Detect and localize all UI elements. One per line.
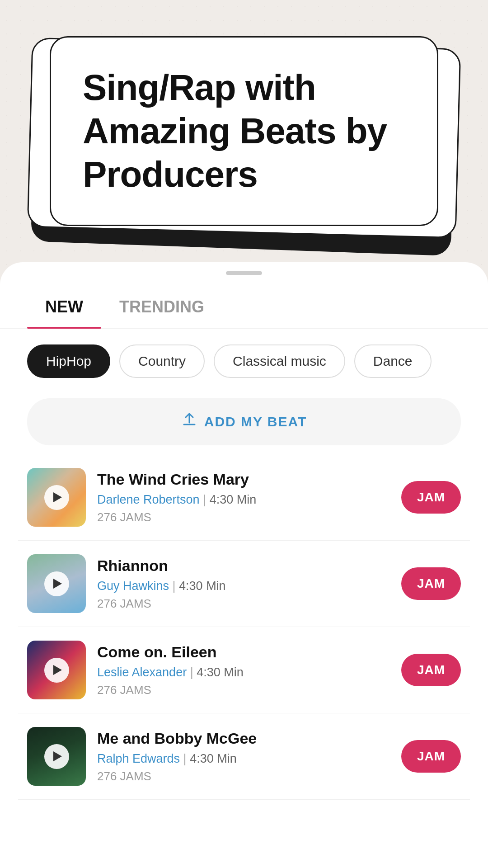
track-item: Rhiannon Guy Hawkins | 4:30 Min 276 JAMS…: [18, 541, 470, 627]
play-icon: [53, 665, 62, 675]
track-item: The Wind Cries Mary Darlene Robertson | …: [18, 454, 470, 541]
play-icon: [53, 492, 62, 502]
tab-trending[interactable]: TRENDING: [101, 288, 222, 328]
track-item: Come on. Eileen Leslie Alexander | 4:30 …: [18, 627, 470, 713]
track-artist[interactable]: Darlene Robertson: [97, 493, 200, 506]
track-meta: Ralph Edwards | 4:30 Min: [97, 752, 390, 766]
play-icon: [53, 751, 62, 761]
tab-new[interactable]: NEW: [27, 288, 101, 328]
hero-title: Sing/Rap with Amazing Beats by Producers: [83, 66, 405, 196]
jam-button[interactable]: JAM: [401, 481, 461, 514]
jam-button[interactable]: JAM: [401, 740, 461, 773]
track-info: The Wind Cries Mary Darlene Robertson | …: [97, 471, 390, 524]
track-duration: 4:30 Min: [197, 665, 244, 679]
track-duration: 4:30 Min: [179, 579, 226, 593]
track-title: Come on. Eileen: [97, 643, 390, 661]
track-list: The Wind Cries Mary Darlene Robertson | …: [0, 454, 488, 800]
drag-handle[interactable]: [226, 271, 262, 275]
track-thumbnail[interactable]: [27, 727, 86, 786]
tabs-row: NEW TRENDING: [0, 275, 488, 329]
genre-chip-country[interactable]: Country: [119, 344, 205, 378]
track-meta: Darlene Robertson | 4:30 Min: [97, 493, 390, 507]
track-title: Me and Bobby McGee: [97, 730, 390, 747]
play-button[interactable]: [44, 658, 69, 683]
track-title: Rhiannon: [97, 557, 390, 575]
track-artist[interactable]: Leslie Alexander: [97, 665, 187, 679]
jam-button[interactable]: JAM: [401, 567, 461, 600]
play-button[interactable]: [44, 485, 69, 510]
genre-chip-hiphop[interactable]: HipHop: [27, 344, 110, 378]
genre-row: HipHop Country Classical music Dance: [0, 329, 488, 394]
bottom-sheet: NEW TRENDING HipHop Country Classical mu…: [0, 262, 488, 868]
hero-card: Sing/Rap with Amazing Beats by Producers: [50, 36, 438, 226]
track-artist[interactable]: Ralph Edwards: [97, 752, 180, 765]
genre-chip-classical[interactable]: Classical music: [214, 344, 345, 378]
jam-button[interactable]: JAM: [401, 654, 461, 686]
track-info: Me and Bobby McGee Ralph Edwards | 4:30 …: [97, 730, 390, 783]
track-info: Come on. Eileen Leslie Alexander | 4:30 …: [97, 643, 390, 697]
track-info: Rhiannon Guy Hawkins | 4:30 Min 276 JAMS: [97, 557, 390, 611]
track-meta: Guy Hawkins | 4:30 Min: [97, 579, 390, 593]
genre-chip-dance[interactable]: Dance: [354, 344, 432, 378]
track-title: The Wind Cries Mary: [97, 471, 390, 488]
track-duration: 4:30 Min: [190, 752, 237, 765]
track-jams: 276 JAMS: [97, 683, 390, 697]
track-thumbnail[interactable]: [27, 468, 86, 527]
track-jams: 276 JAMS: [97, 769, 390, 783]
track-item: Me and Bobby McGee Ralph Edwards | 4:30 …: [18, 713, 470, 800]
add-beat-button[interactable]: ADD MY BEAT: [27, 398, 461, 445]
track-thumbnail[interactable]: [27, 554, 86, 613]
track-jams: 276 JAMS: [97, 597, 390, 611]
track-thumbnail[interactable]: [27, 641, 86, 699]
track-jams: 276 JAMS: [97, 510, 390, 524]
play-icon: [53, 579, 62, 589]
track-artist[interactable]: Guy Hawkins: [97, 579, 169, 593]
play-button[interactable]: [44, 571, 69, 596]
track-meta: Leslie Alexander | 4:30 Min: [97, 665, 390, 679]
hero-section: Sing/Rap with Amazing Beats by Producers: [0, 0, 488, 258]
track-duration: 4:30 Min: [210, 493, 257, 506]
play-button[interactable]: [44, 744, 69, 769]
upload-icon: [181, 412, 197, 432]
